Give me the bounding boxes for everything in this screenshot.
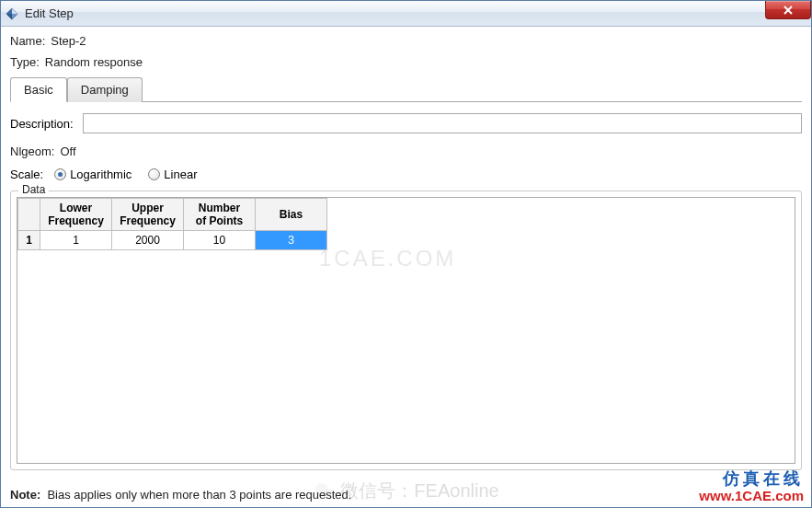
data-legend: Data	[18, 183, 49, 196]
dialog-window: Edit Step Name: Step-2 Type: Random resp…	[0, 0, 812, 508]
cell-bias[interactable]: 3	[256, 231, 327, 250]
data-table-wrap: Lower Frequency Upper Frequency Number o…	[17, 197, 795, 464]
note-text: Bias applies only when more than 3 point…	[47, 488, 351, 502]
scale-row: Scale: Logarithmic Linear	[10, 167, 802, 181]
svg-marker-2	[12, 14, 17, 19]
description-row: Description:	[10, 113, 802, 133]
radio-logarithmic-wrap[interactable]: Logarithmic	[54, 167, 132, 181]
titlebar[interactable]: Edit Step	[1, 1, 811, 27]
col-lower-freq[interactable]: Lower Frequency	[40, 199, 112, 231]
cell-lower[interactable]: 1	[40, 231, 112, 250]
tab-bar: Basic Damping	[10, 76, 802, 102]
type-label: Type:	[10, 55, 40, 69]
col-upper-freq[interactable]: Upper Frequency	[112, 199, 184, 231]
row-index[interactable]: 1	[18, 231, 40, 250]
name-row: Name: Step-2	[10, 34, 802, 48]
cell-upper[interactable]: 2000	[112, 231, 184, 250]
description-input[interactable]	[83, 113, 802, 133]
nlgeom-value: Off	[60, 144, 75, 158]
description-label: Description:	[10, 117, 74, 131]
radio-linear[interactable]	[148, 168, 160, 180]
note-label: Note:	[10, 488, 40, 502]
radio-linear-label: Linear	[164, 167, 197, 181]
tab-damping[interactable]: Damping	[67, 77, 143, 102]
tab-basic[interactable]: Basic	[10, 77, 67, 102]
table-row[interactable]: 1 1 2000 10 3	[18, 231, 327, 250]
data-table[interactable]: Lower Frequency Upper Frequency Number o…	[17, 198, 327, 250]
close-icon	[783, 6, 794, 15]
nlgeom-row: Nlgeom: Off	[10, 144, 802, 158]
radio-logarithmic-label: Logarithmic	[70, 167, 132, 181]
dialog-content: Name: Step-2 Type: Random response Basic…	[1, 27, 811, 474]
app-icon	[5, 6, 19, 21]
name-value: Step-2	[51, 34, 86, 48]
name-label: Name:	[10, 34, 45, 48]
scale-label: Scale:	[10, 167, 43, 181]
watermark-wechat-text: 微信号：FEAonline	[340, 479, 498, 503]
corner-cell	[18, 199, 40, 231]
type-value: Random response	[45, 55, 143, 69]
note-row: Note: Bias applies only when more than 3…	[10, 488, 351, 502]
window-title: Edit Step	[25, 6, 74, 20]
nlgeom-label: Nlgeom:	[10, 144, 54, 158]
cell-points[interactable]: 10	[184, 231, 256, 250]
radio-logarithmic[interactable]	[54, 168, 66, 180]
col-bias[interactable]: Bias	[256, 199, 327, 231]
close-button[interactable]	[765, 1, 811, 19]
watermark-red: www.1CAE.com	[699, 488, 804, 503]
table-header-row: Lower Frequency Upper Frequency Number o…	[18, 199, 327, 231]
data-fieldset: Data Lower Frequency Upper Frequency Num…	[10, 190, 802, 470]
radio-linear-wrap[interactable]: Linear	[148, 167, 197, 181]
type-row: Type: Random response	[10, 55, 802, 69]
col-num-points[interactable]: Number of Points	[184, 199, 256, 231]
